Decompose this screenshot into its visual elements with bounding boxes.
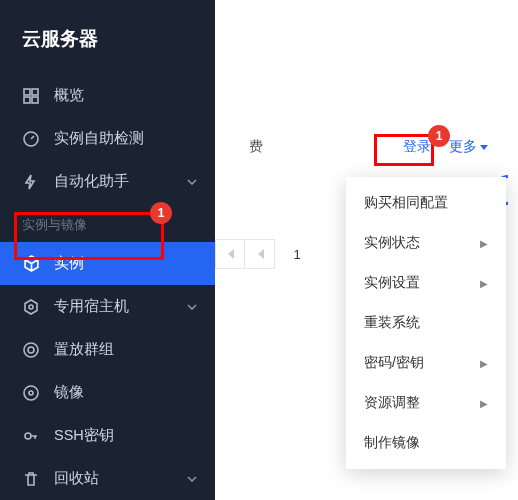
sidebar-item-recycle-bin[interactable]: 回收站 [0,457,215,500]
dd-item-instance-settings[interactable]: 实例设置▶ [346,263,506,303]
trash-icon [22,470,40,488]
chevron-down-icon [187,179,197,185]
grid-icon [22,87,40,105]
disc-icon [22,384,40,402]
sidebar-item-automation[interactable]: 自动化助手 [0,160,215,203]
chevron-right-icon: ▶ [480,398,488,409]
sidebar: 云服务器 概览 实例自助检测 自动化助手 实例与镜像 实例 专用宿主机 置放群组… [0,0,215,500]
svg-point-8 [24,386,38,400]
dd-item-instance-status[interactable]: 实例状态▶ [346,223,506,263]
chevron-right-icon: ▶ [480,358,488,369]
sidebar-group-label: 实例与镜像 [0,203,215,242]
more-label: 更多 [449,138,477,156]
chevron-down-icon [187,304,197,310]
dd-item-buy-same[interactable]: 购买相同配置 [346,183,506,223]
sidebar-item-images[interactable]: 镜像 [0,371,215,414]
annotation-badge-1: 1 [150,202,172,224]
sidebar-item-ssh-keys[interactable]: SSH密钥 [0,414,215,457]
svg-point-7 [24,343,38,357]
sidebar-item-label: 实例 [54,254,84,273]
group-icon [22,341,40,359]
more-dropdown-menu: 购买相同配置 实例状态▶ 实例设置▶ 重装系统 密码/密钥▶ 资源调整▶ 制作镜… [346,177,506,469]
sidebar-item-label: SSH密钥 [54,426,114,445]
gauge-icon [22,130,40,148]
sidebar-item-label: 回收站 [54,469,99,488]
caret-down-icon [480,145,488,150]
sidebar-item-placement-group[interactable]: 置放群组 [0,328,215,371]
annotation-badge-2: 1 [428,125,450,147]
dd-item-create-image[interactable]: 制作镜像 [346,423,506,463]
fee-label: 费 [249,138,263,156]
sidebar-item-overview[interactable]: 概览 [0,74,215,117]
svg-rect-3 [32,97,38,103]
chevron-right-icon: ▶ [480,238,488,249]
pager-first-button[interactable] [215,239,245,269]
pager-current-page: 1 [275,247,319,262]
sidebar-item-dedicated-host[interactable]: 专用宿主机 [0,285,215,328]
sidebar-title: 云服务器 [0,0,215,74]
sidebar-item-label: 镜像 [54,383,84,402]
svg-point-6 [28,347,34,353]
svg-rect-1 [32,89,38,95]
dd-item-reinstall-system[interactable]: 重装系统 [346,303,506,343]
bolt-icon [22,173,40,191]
sidebar-item-label: 实例自助检测 [54,129,144,148]
topbar: 费 登录 更多 [215,125,518,169]
dd-item-resource-adjust[interactable]: 资源调整▶ [346,383,506,423]
svg-point-5 [29,305,33,309]
svg-rect-2 [24,97,30,103]
svg-point-9 [29,391,33,395]
cube-icon [22,255,40,273]
sidebar-item-instances[interactable]: 实例 [0,242,215,285]
chevron-right-icon: ▶ [480,278,488,289]
chevron-down-icon [187,476,197,482]
login-link[interactable]: 登录 [403,138,431,156]
host-icon [22,298,40,316]
pager-prev-button[interactable] [245,239,275,269]
key-icon [22,427,40,445]
svg-rect-0 [24,89,30,95]
sidebar-item-label: 概览 [54,86,84,105]
sidebar-item-self-check[interactable]: 实例自助检测 [0,117,215,160]
svg-point-10 [25,433,31,439]
sidebar-item-label: 专用宿主机 [54,297,129,316]
sidebar-item-label: 自动化助手 [54,172,129,191]
dd-item-password-key[interactable]: 密码/密钥▶ [346,343,506,383]
sidebar-item-label: 置放群组 [54,340,114,359]
